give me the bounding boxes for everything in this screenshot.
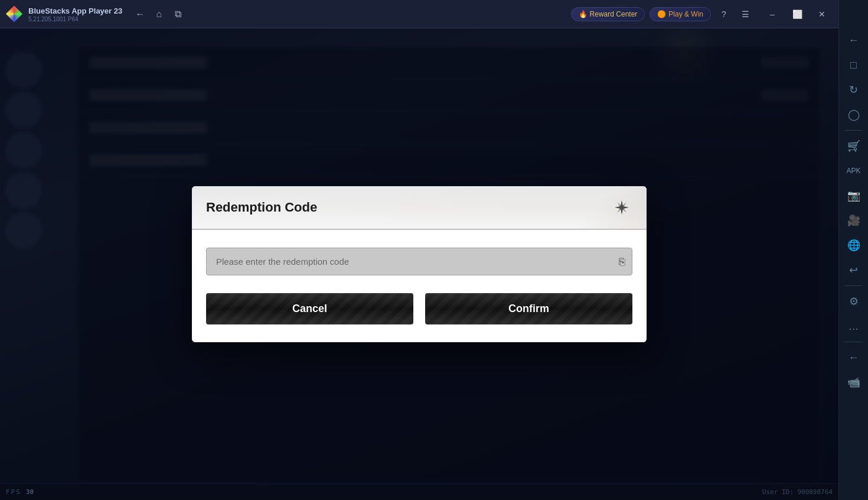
close-star-icon bbox=[614, 199, 630, 216]
titlebar-right: 🔥 Reward Center 🟠 Play & Win ? ☰ – ⬜ ✕ bbox=[571, 5, 834, 24]
app-name: BlueStacks App Player 23 bbox=[28, 7, 122, 15]
reward-center-label: Reward Center bbox=[590, 10, 638, 18]
coin-icon: 🟠 bbox=[657, 10, 666, 18]
sidebar-apk-icon[interactable]: APK bbox=[842, 159, 866, 183]
sidebar-globe-icon[interactable]: 🌐 bbox=[842, 233, 866, 257]
tabs-button[interactable]: ⧉ bbox=[169, 6, 186, 22]
sidebar-camera-icon[interactable]: 📷 bbox=[842, 184, 866, 207]
sidebar-screen-icon[interactable]: □ bbox=[842, 53, 866, 77]
redemption-code-input[interactable] bbox=[206, 248, 632, 275]
menu-button[interactable]: ☰ bbox=[737, 6, 753, 22]
help-button[interactable]: ? bbox=[716, 6, 732, 22]
sidebar-rotate-icon[interactable]: ↻ bbox=[842, 78, 866, 102]
home-button[interactable]: ⌂ bbox=[151, 6, 167, 22]
titlebar-nav: ← ⌂ ⧉ bbox=[132, 6, 186, 22]
confirm-label: Confirm bbox=[508, 303, 549, 314]
sidebar-more-icon[interactable]: … bbox=[842, 314, 866, 338]
reward-center-button[interactable]: 🔥 Reward Center bbox=[571, 7, 645, 21]
titlebar: BlueStacks App Player 23 5.21.205.1001 P… bbox=[0, 0, 838, 28]
close-dialog-button[interactable] bbox=[611, 197, 632, 218]
dialog-body: ⎘ Cancel Confirm bbox=[192, 230, 647, 342]
sidebar-divider bbox=[845, 285, 863, 286]
close-button[interactable]: ✕ bbox=[810, 5, 834, 24]
sidebar-divider bbox=[845, 130, 863, 131]
app-version: 5.21.205.1001 P64 bbox=[28, 16, 122, 22]
play-win-button[interactable]: 🟠 Play & Win bbox=[650, 7, 711, 21]
fire-icon: 🔥 bbox=[579, 10, 588, 18]
sidebar-settings-icon[interactable]: ⚙ bbox=[842, 290, 866, 313]
sidebar-arrow-icon[interactable]: ← bbox=[842, 28, 866, 52]
confirm-button[interactable]: Confirm bbox=[425, 293, 632, 324]
titlebar-title-group: BlueStacks App Player 23 5.21.205.1001 P… bbox=[28, 5, 122, 22]
dialog-overlay: Redemption Code ⎘ Cancel bbox=[0, 28, 838, 500]
maximize-button[interactable]: ⬜ bbox=[785, 5, 809, 24]
logo-shape bbox=[6, 6, 22, 22]
sidebar-store-icon[interactable]: 🛒 bbox=[842, 134, 866, 158]
sidebar-collapse-icon[interactable]: ← bbox=[842, 346, 866, 369]
sidebar-undo-icon[interactable]: ↩ bbox=[842, 258, 866, 282]
redemption-code-dialog: Redemption Code ⎘ Cancel bbox=[192, 186, 647, 342]
app-logo bbox=[5, 5, 24, 24]
sidebar-camera2-icon[interactable]: 📹 bbox=[842, 371, 866, 394]
sidebar-divider bbox=[845, 342, 863, 342]
window-controls: – ⬜ ✕ bbox=[761, 5, 834, 24]
dialog-title: Redemption Code bbox=[206, 200, 317, 215]
sidebar-video-icon[interactable]: 🎥 bbox=[842, 209, 866, 232]
paste-icon[interactable]: ⎘ bbox=[619, 255, 625, 268]
sidebar-record-icon[interactable]: ◯ bbox=[842, 103, 866, 126]
right-sidebar: ← □ ↻ ◯ 🛒 APK 📷 🎥 🌐 ↩ ⚙ … ← 📹 bbox=[838, 0, 868, 500]
minimize-button[interactable]: – bbox=[761, 5, 784, 24]
cancel-label: Cancel bbox=[292, 303, 327, 314]
cancel-button[interactable]: Cancel bbox=[206, 293, 413, 324]
dialog-buttons: Cancel Confirm bbox=[206, 293, 632, 324]
back-button[interactable]: ← bbox=[132, 6, 148, 22]
dialog-header: Redemption Code bbox=[192, 186, 647, 230]
play-win-label: Play & Win bbox=[668, 10, 703, 18]
redemption-input-wrap: ⎘ bbox=[206, 248, 632, 275]
